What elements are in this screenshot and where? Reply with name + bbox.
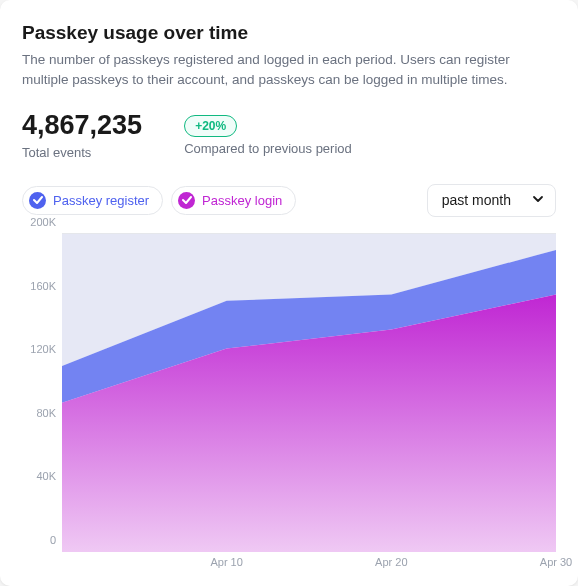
- controls-row: Passkey register Passkey login past mont…: [22, 184, 556, 217]
- y-tick: 160K: [30, 280, 56, 292]
- y-tick: 80K: [36, 407, 56, 419]
- comparison-label: Compared to previous period: [184, 141, 352, 156]
- x-tick: Apr 10: [210, 556, 242, 568]
- delta-badge: +20%: [184, 115, 237, 137]
- legend-register-label: Passkey register: [53, 193, 149, 208]
- chart: 040K80K120K160K200K Apr 1Apr 10Apr 20Apr…: [22, 233, 556, 576]
- check-icon: [178, 192, 195, 209]
- y-tick: 0: [50, 534, 56, 546]
- card-title: Passkey usage over time: [22, 22, 556, 44]
- stats-row: 4,867,235 Total events +20% Compared to …: [22, 111, 556, 160]
- legend-chip-register[interactable]: Passkey register: [22, 186, 163, 215]
- legend-login-label: Passkey login: [202, 193, 282, 208]
- total-events-label: Total events: [22, 145, 142, 160]
- period-select-value: past month: [442, 192, 511, 208]
- period-select[interactable]: past month: [427, 184, 556, 217]
- y-tick: 200K: [30, 216, 56, 228]
- check-icon: [29, 192, 46, 209]
- y-axis: 040K80K120K160K200K: [22, 233, 62, 576]
- y-tick: 40K: [36, 470, 56, 482]
- comparison-stat: +20% Compared to previous period: [184, 111, 352, 156]
- x-tick: Apr 30: [540, 556, 572, 568]
- y-tick: 120K: [30, 343, 56, 355]
- x-axis: Apr 1Apr 10Apr 20Apr 30: [62, 556, 556, 576]
- total-events-value: 4,867,235: [22, 111, 142, 141]
- legend-chip-login[interactable]: Passkey login: [171, 186, 296, 215]
- plot-area: [62, 233, 556, 576]
- chevron-down-icon: [531, 192, 545, 209]
- chart-card: Passkey usage over time The number of pa…: [0, 0, 578, 586]
- total-events-stat: 4,867,235 Total events: [22, 111, 142, 160]
- card-subtitle: The number of passkeys registered and lo…: [22, 50, 556, 89]
- x-tick: Apr 20: [375, 556, 407, 568]
